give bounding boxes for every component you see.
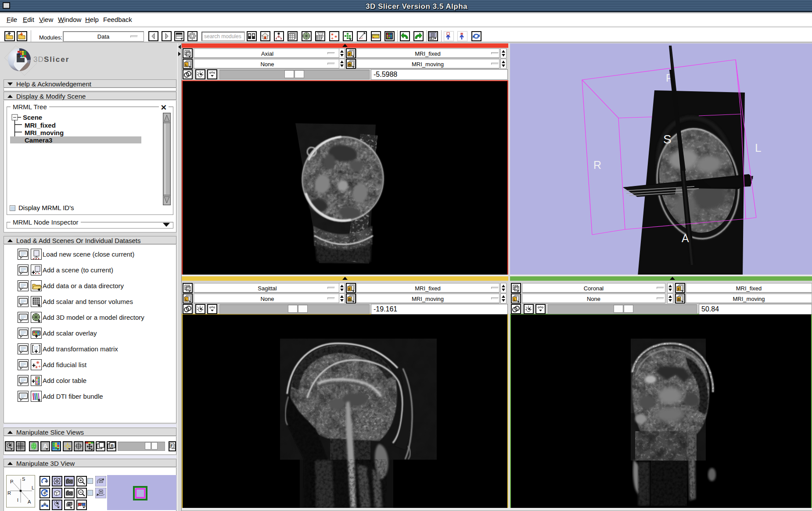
svg-text:F: F xyxy=(171,443,173,448)
svg-text:F: F xyxy=(678,287,680,291)
svg-text:L: L xyxy=(185,63,188,67)
svg-text:L: L xyxy=(514,297,516,302)
svg-text:I: I xyxy=(17,497,18,503)
svg-text:B: B xyxy=(111,443,114,448)
svg-text:3D: 3D xyxy=(33,55,44,64)
svg-text:B: B xyxy=(348,63,351,67)
svg-text:A: A xyxy=(28,499,31,504)
svg-text:Slicer: Slicer xyxy=(44,55,69,64)
svg-text:B: B xyxy=(348,297,351,302)
svg-text:P: P xyxy=(10,479,13,484)
svg-text:L: L xyxy=(32,485,34,490)
svg-text:A: A xyxy=(682,232,689,244)
svg-text:F: F xyxy=(349,287,351,291)
svg-text:R: R xyxy=(7,490,11,496)
svg-text:S: S xyxy=(22,476,25,482)
svg-text:R: R xyxy=(593,159,601,171)
svg-text:L: L xyxy=(755,141,761,154)
svg-text:B: B xyxy=(677,297,680,302)
svg-text:F: F xyxy=(349,52,351,57)
svg-text:L: L xyxy=(185,297,188,302)
svg-text:S: S xyxy=(663,132,672,146)
